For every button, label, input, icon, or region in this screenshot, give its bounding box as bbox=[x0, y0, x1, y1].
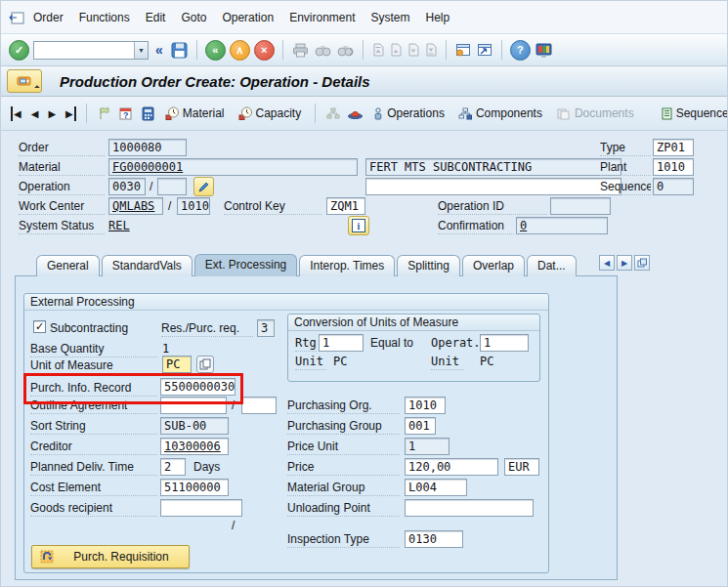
tab-scroll-right-icon[interactable]: ▶ bbox=[617, 255, 632, 271]
tab-standardvals[interactable]: StandardVals bbox=[102, 255, 193, 276]
first-page-icon[interactable] bbox=[371, 42, 385, 58]
purch-info-record-field[interactable]: 5500000030 bbox=[160, 378, 236, 396]
alternate-uom-button[interactable] bbox=[196, 356, 214, 373]
dates-icon[interactable]: ? bbox=[118, 105, 135, 121]
status-info-button[interactable]: i bbox=[348, 216, 369, 235]
type-field[interactable]: ZP01 bbox=[653, 139, 694, 156]
menu-functions[interactable]: Functions bbox=[71, 8, 138, 27]
creditor-field[interactable]: 10300006 bbox=[160, 438, 229, 455]
inspection-type-field[interactable]: 0130 bbox=[405, 530, 463, 548]
operation-id-field[interactable] bbox=[550, 197, 611, 215]
previous-page-icon[interactable] bbox=[389, 42, 403, 58]
external-processing-group-title: External Processing bbox=[24, 294, 548, 311]
res-purc-req-field[interactable]: 3 bbox=[257, 319, 275, 337]
tab-ext-processing[interactable]: Ext. Processing bbox=[194, 254, 297, 276]
last-page-icon[interactable] bbox=[424, 42, 438, 58]
menu-goto[interactable]: Goto bbox=[173, 8, 214, 27]
command-field[interactable] bbox=[34, 43, 134, 57]
customize-layout-icon[interactable] bbox=[535, 42, 554, 59]
screen-menu-button[interactable] bbox=[7, 69, 42, 93]
sort-string-field[interactable]: SUB-00 bbox=[160, 417, 229, 435]
menu-operation[interactable]: Operation bbox=[214, 8, 281, 27]
collapse-toolbar-icon[interactable]: « bbox=[152, 42, 166, 58]
material-button[interactable]: Material bbox=[161, 105, 229, 122]
order-field[interactable]: 1000080 bbox=[108, 139, 187, 156]
work-center-field[interactable]: QMLABS bbox=[108, 197, 163, 215]
operation-label: Operation bbox=[19, 180, 105, 195]
divider bbox=[315, 104, 316, 123]
purchasing-group-field[interactable]: 001 bbox=[405, 417, 436, 435]
enter-button[interactable]: ✓ bbox=[9, 40, 29, 61]
suboperation-field[interactable] bbox=[157, 178, 187, 195]
exit-up-icon[interactable]: ∧ bbox=[230, 40, 250, 61]
currency-field[interactable]: EUR bbox=[504, 458, 539, 476]
material-field[interactable]: FG00000001 bbox=[108, 158, 358, 176]
menu-environment[interactable]: Environment bbox=[281, 8, 363, 27]
save-icon[interactable] bbox=[170, 41, 189, 60]
flag-icon[interactable] bbox=[97, 105, 112, 121]
operat-field[interactable]: 1 bbox=[480, 334, 529, 352]
plant-field[interactable]: 1010 bbox=[653, 158, 694, 176]
menu-order[interactable]: Order bbox=[25, 8, 71, 27]
operation-field[interactable]: 0030 bbox=[108, 178, 146, 195]
unloading-point-field[interactable] bbox=[405, 499, 534, 517]
operations-button[interactable]: Operations bbox=[369, 105, 449, 122]
last-operation-icon[interactable]: ▶ bbox=[64, 106, 76, 121]
menu-system[interactable]: System bbox=[364, 8, 418, 27]
confirmation-label: Confirmation bbox=[438, 219, 514, 234]
window-menu-icon[interactable] bbox=[7, 9, 25, 25]
plant-label: Plant bbox=[600, 160, 651, 176]
pencil-icon bbox=[197, 181, 210, 193]
enter-check-icon: ✓ bbox=[15, 44, 23, 57]
purchasing-org-field[interactable]: 1010 bbox=[405, 397, 446, 414]
operation-short-text-field[interactable] bbox=[365, 178, 621, 195]
hierarchy-icon[interactable] bbox=[325, 106, 341, 120]
next-operation-icon[interactable]: ▶ bbox=[46, 106, 58, 121]
sequence-field[interactable]: 0 bbox=[653, 178, 694, 195]
tab-interop-times[interactable]: Interop. Times bbox=[299, 255, 395, 276]
price-unit-field[interactable]: 1 bbox=[405, 438, 450, 455]
unit-of-measure-field[interactable]: PC bbox=[162, 356, 192, 373]
next-page-icon[interactable] bbox=[407, 42, 420, 58]
print-icon[interactable] bbox=[291, 42, 310, 59]
material-group-label: Material Group bbox=[287, 481, 400, 496]
cost-element-field[interactable]: 51100000 bbox=[160, 479, 229, 496]
control-key-field[interactable]: ZQM1 bbox=[326, 197, 365, 215]
work-center-plant-field[interactable]: 1010 bbox=[177, 197, 210, 215]
first-operation-icon[interactable]: ◀ bbox=[11, 106, 23, 121]
create-shortcut-icon[interactable] bbox=[476, 42, 493, 58]
cancel-icon[interactable]: × bbox=[254, 40, 275, 61]
tab-scroll-left-icon[interactable]: ◀ bbox=[599, 255, 615, 271]
outline-agreement-field[interactable] bbox=[160, 397, 227, 414]
menu-help[interactable]: Help bbox=[418, 8, 458, 27]
price-field[interactable]: 120,00 bbox=[405, 458, 498, 476]
tab-overlap[interactable]: Overlap bbox=[462, 255, 525, 276]
back-icon[interactable]: « bbox=[205, 40, 226, 61]
previous-operation-icon[interactable]: ◀ bbox=[29, 106, 41, 121]
find-next-icon[interactable] bbox=[336, 43, 355, 58]
tab-splitting[interactable]: Splitting bbox=[397, 255, 460, 276]
calculator-icon[interactable] bbox=[141, 105, 155, 122]
sequences-button[interactable]: Sequences bbox=[658, 105, 728, 122]
long-text-button[interactable] bbox=[193, 177, 214, 196]
chevron-down-icon[interactable]: ▼ bbox=[134, 42, 148, 59]
tab-overview-icon[interactable] bbox=[634, 255, 650, 271]
planned-deliv-time-field[interactable]: 2 bbox=[160, 458, 186, 476]
find-icon[interactable] bbox=[314, 43, 332, 58]
help-icon[interactable]: ? bbox=[510, 40, 531, 61]
tab-dates[interactable]: Dat... bbox=[527, 255, 577, 276]
tab-general[interactable]: General bbox=[36, 255, 100, 276]
outline-agreement-item-field[interactable] bbox=[241, 397, 277, 414]
goods-recipient-field[interactable] bbox=[160, 499, 242, 517]
subcontracting-checkbox[interactable]: ✓ bbox=[33, 320, 46, 333]
capacity-button[interactable]: Capacity bbox=[235, 105, 306, 122]
purch-requisition-button[interactable]: Purch. Requisition bbox=[31, 545, 190, 568]
menu-edit[interactable]: Edit bbox=[138, 8, 174, 27]
rtg-field[interactable]: 1 bbox=[319, 334, 364, 352]
new-session-icon[interactable] bbox=[454, 42, 472, 58]
documents-button: Documents bbox=[552, 105, 638, 122]
components-button[interactable]: Components bbox=[454, 105, 546, 122]
material-group-field[interactable]: L004 bbox=[405, 479, 467, 496]
confirmation-field[interactable]: 0 bbox=[516, 217, 608, 234]
hat-icon[interactable] bbox=[347, 107, 364, 120]
